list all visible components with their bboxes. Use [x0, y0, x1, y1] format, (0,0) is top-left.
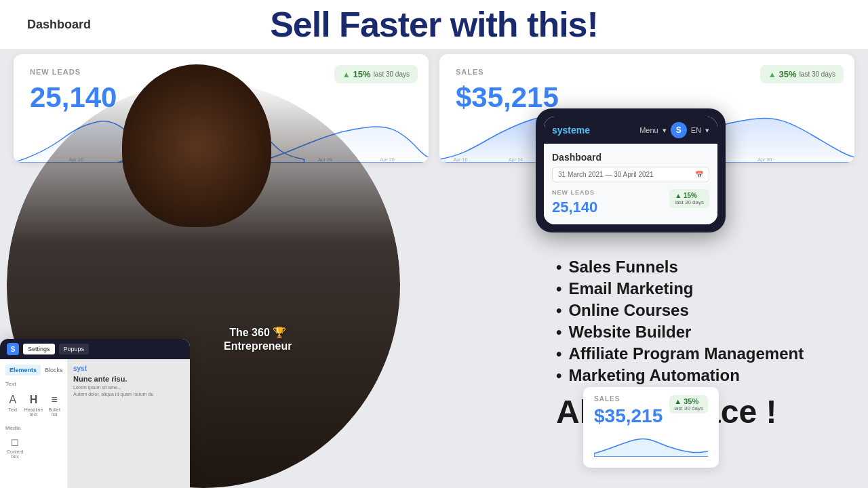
sales-badge: ▲ 35% last 30 days: [760, 65, 844, 83]
mobile-dashboard-title: Dashboard: [552, 152, 709, 163]
mini-sales-value: $35,215: [594, 405, 663, 427]
text-element[interactable]: A Text: [5, 391, 20, 420]
mobile-badge: ▲ 15% last 30 days: [669, 189, 709, 208]
svg-text:Apr 16: Apr 16: [242, 157, 256, 163]
feature-text-3: Website Builder: [568, 323, 691, 342]
feature-text-1: Email Marketing: [568, 279, 693, 298]
headline-element[interactable]: H Headline text: [23, 391, 45, 420]
builder-tab-settings[interactable]: Settings: [23, 344, 55, 354]
mobile-badge-sub: last 30 days: [675, 199, 704, 205]
builder-brand-icon: S: [7, 343, 19, 355]
feature-item-3: • Website Builder: [556, 323, 854, 342]
leads-card: NEW LEADS 25,140 ▲ 15% last 30 days: [14, 54, 429, 163]
sales-arrow-up-icon: ▲: [768, 70, 776, 79]
popups-tab-label: Popups: [64, 346, 85, 352]
leads-chart: Apr 10 Apr 12 Apr 14 Apr 16 Apr 28 Apr 3…: [14, 102, 429, 163]
settings-tab-label: Settings: [28, 346, 50, 352]
mini-sales-label: SALES: [594, 395, 663, 403]
builder-nav: S Settings Popups: [0, 339, 190, 359]
mobile-metric-value: 25,140: [552, 199, 597, 216]
content-box-element[interactable]: ☐ Content box: [5, 435, 25, 462]
mobile-inner: systeme Menu ▾ S EN ▾ Dashboard 31 March…: [544, 117, 717, 224]
svg-text:Apr 14: Apr 14: [509, 157, 523, 163]
headline-label: Headline text: [24, 407, 43, 417]
content-box-icon: ☐: [11, 438, 19, 448]
feature-item-0: • Sales Funnels: [556, 258, 854, 277]
content-box-label: Content box: [7, 449, 24, 459]
mini-sales-badge-text: ▲ 35%: [674, 397, 698, 405]
mobile-date-range[interactable]: 31 March 2021 — 30 April 2021 📅: [552, 167, 709, 182]
bullet-icon-0: •: [556, 258, 561, 277]
text-icon: A: [9, 394, 17, 406]
builder-sidebar-tabs: Elements Blocks: [5, 365, 62, 375]
feature-item-2: • Online Courses: [556, 301, 854, 320]
text-label: Text: [8, 407, 17, 412]
canvas-body2: Autem dolor, aliqua id quam harum du: [73, 391, 184, 398]
leads-badge: ▲ 15% last 30 days: [334, 65, 418, 83]
canvas-body: Lorem ipsum sit ame...: [73, 384, 184, 391]
sales-badge-sub: last 30 days: [800, 70, 835, 78]
dashboard-label: Dashboard: [27, 18, 91, 32]
bullet-icon-1: •: [556, 279, 561, 298]
feature-text-2: Online Courses: [568, 301, 688, 320]
chevron-down-icon: ▾: [663, 126, 667, 135]
mobile-badge-percent: ▲ 15%: [675, 192, 697, 199]
leads-badge-sub: last 30 days: [374, 70, 410, 78]
blocks-tab[interactable]: Blocks: [41, 365, 67, 375]
builder-content: Elements Blocks Text A Text H Headline t…: [0, 359, 190, 488]
svg-text:Apr 10: Apr 10: [453, 157, 467, 163]
bullet-icon-4: •: [556, 344, 561, 363]
mobile-lang[interactable]: EN: [691, 126, 701, 134]
mini-sales-badge: ▲ 35% last 30 days: [669, 395, 708, 413]
feature-item-5: • Marketing Automation: [556, 366, 854, 385]
cards-area: NEW LEADS 25,140 ▲ 15% last 30 days: [14, 54, 854, 163]
feature-text-4: Affiliate Program Management: [568, 344, 804, 363]
builder-sidebar: Elements Blocks Text A Text H Headline t…: [0, 359, 68, 488]
mobile-avatar: S: [671, 122, 687, 138]
bullet-icon-2: •: [556, 301, 561, 320]
svg-text:Apr 10: Apr 10: [69, 157, 83, 163]
bullet-element[interactable]: ≡ Bullet list: [47, 391, 62, 420]
mobile-overlay: systeme Menu ▾ S EN ▾ Dashboard 31 March…: [536, 108, 726, 232]
mobile-metric-label: NEW LEADS: [552, 189, 597, 196]
svg-text:Apr 14: Apr 14: [186, 157, 201, 163]
svg-text:Apr 12: Apr 12: [131, 157, 145, 163]
elements-tab[interactable]: Elements: [5, 365, 41, 375]
bullet-icon: ≡: [51, 394, 57, 406]
lang-chevron-icon: ▾: [705, 126, 709, 135]
main-headline: Sell Faster with this!: [270, 4, 598, 45]
headline-icon: H: [30, 394, 38, 406]
media-section-label: Media: [5, 425, 62, 431]
canvas-heading: Nunc ante risu.: [73, 375, 184, 383]
mini-sales-badge-sub: last 30 days: [674, 405, 703, 411]
title-bar: Dashboard Sell Faster with this!: [0, 0, 868, 49]
leads-badge-percent: 15%: [353, 69, 371, 79]
bullet-icon-5: •: [556, 366, 561, 385]
mobile-date-text: 31 March 2021 — 30 April 2021: [558, 171, 654, 178]
mobile-nav-right: Menu ▾ S EN ▾: [639, 122, 709, 138]
text-section-label: Text: [5, 381, 62, 387]
mobile-menu-label[interactable]: Menu: [639, 126, 658, 134]
mini-sales-card: SALES $35,215 ▲ 35% last 30 days: [583, 387, 719, 468]
feature-text-5: Marketing Automation: [568, 366, 739, 385]
feature-text-0: Sales Funnels: [568, 258, 677, 277]
builder-elements: A Text H Headline text ≡ Bullet list: [5, 391, 62, 420]
builder-canvas: syst Nunc ante risu. Lorem ipsum sit ame…: [68, 359, 190, 488]
builder-tab-popups[interactable]: Popups: [59, 344, 90, 354]
bullet-label: Bullet list: [48, 407, 60, 417]
builder-overlay: S Settings Popups Elements Blocks Text A: [0, 339, 190, 488]
feature-item-4: • Affiliate Program Management: [556, 344, 854, 363]
bullet-icon-3: •: [556, 323, 561, 342]
sales-badge-percent: 35%: [779, 69, 797, 79]
arrow-up-icon: ▲: [342, 70, 351, 79]
canvas-brand: syst: [73, 365, 184, 372]
svg-text:Apr 28: Apr 28: [318, 157, 332, 163]
mobile-content: Dashboard 31 March 2021 — 30 April 2021 …: [544, 144, 717, 224]
calendar-icon: 📅: [695, 171, 703, 178]
svg-text:Apr 30: Apr 30: [380, 157, 395, 163]
mobile-nav: systeme Menu ▾ S EN ▾: [544, 117, 717, 144]
feature-item-1: • Email Marketing: [556, 279, 854, 298]
mobile-brand: systeme: [552, 125, 590, 136]
svg-text:Apr 30: Apr 30: [757, 157, 772, 163]
mobile-avatar-letter: S: [676, 125, 682, 135]
